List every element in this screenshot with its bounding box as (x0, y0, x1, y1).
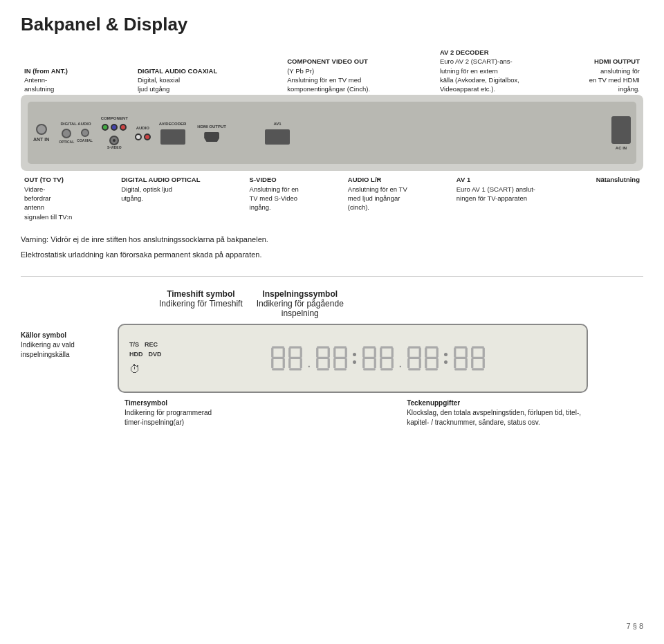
svg-rect-33 (374, 358, 376, 368)
svg-rect-40 (391, 358, 393, 368)
label-hdmi-line3: ingång. (589, 84, 640, 93)
legend-tecken-line2: kapitel- / tracknummer, sändare, status … (407, 418, 581, 427)
label-inspelning-line1: Indikering för pågående (257, 299, 344, 309)
port-power-connector (611, 116, 631, 144)
svg-rect-7 (289, 347, 302, 349)
svg-rect-48 (408, 368, 421, 370)
digit-1a (270, 345, 286, 371)
label-natanslutning: Nätanslutning (584, 175, 640, 184)
port-av2-rect (160, 129, 185, 145)
label-kallor-symbol: Källor symbol Indikering av vald inspeln… (21, 331, 118, 360)
label-out-to-tv-title: OUT (TO TV) (24, 175, 72, 184)
legend-timersymbol: Timersymbol Indikering för programmerad … (124, 398, 212, 427)
svg-rect-22 (333, 348, 335, 358)
port-av1-scart: AV1 (265, 122, 290, 145)
svg-rect-45 (408, 357, 421, 359)
indicator-dvd: DVD (149, 351, 162, 358)
svg-rect-12 (299, 358, 302, 368)
svg-rect-38 (380, 357, 393, 359)
label-av1-line2: ningen för TV-apparaten (456, 194, 535, 203)
label-timeshift-title: Timeshift symbol (167, 289, 234, 299)
svg-rect-64 (471, 348, 473, 358)
svg-rect-67 (471, 358, 473, 368)
lcd-indicators: T/S REC HDD DVD ⏱ (129, 341, 171, 376)
label-dac-title: DIGITAL AUDIO COAXIAL (138, 66, 217, 75)
svg-rect-54 (436, 358, 438, 368)
warning-section: Varning: Vidrör ej de inre stiften hos a… (21, 234, 643, 261)
display-top-label-area: Timeshift symbol Indikering för Timeshif… (159, 289, 344, 318)
label-av1-line1: Euro AV 1 (SCART) anslut- (456, 185, 535, 194)
svg-rect-13 (289, 368, 302, 370)
svg-rect-11 (288, 358, 290, 368)
label-av2-line4: Videoapparat etc.). (440, 84, 519, 93)
label-av1-title: AV 1 (456, 175, 535, 184)
port-component: COMPONENT S-VIDEO (101, 116, 128, 149)
label-svideo-line2: TV med S-Video (250, 194, 299, 203)
warning-text-1: Varning: Vidrör ej de inre stiften hos a… (21, 234, 643, 246)
label-av1: AV 1 Euro AV 1 (SCART) anslut- ningen fö… (456, 175, 535, 203)
port-av2-scart: AV/DECODER (159, 122, 187, 145)
digit-5a (453, 345, 468, 371)
display-section: Källor symbol Indikering av vald inspeln… (21, 289, 643, 427)
label-nat-title: Nätanslutning (584, 175, 640, 184)
divider (21, 276, 643, 277)
port-ant-in-label: ANT IN (33, 137, 49, 142)
svg-rect-8 (288, 348, 290, 358)
label-dac-line1: Digital, koaxial (138, 75, 217, 84)
svg-rect-46 (407, 358, 409, 368)
label-audiolr-title: AUDIO L/R (348, 175, 407, 184)
svg-rect-14 (317, 347, 329, 349)
port-component-label: COMPONENT (101, 116, 128, 120)
label-audio-lr: AUDIO L/R Anslutning för en TV med ljud … (348, 175, 407, 212)
display-right: Timeshift symbol Indikering för Timeshif… (118, 289, 643, 427)
indicator-rec: REC (145, 341, 158, 348)
label-svideo-line3: ingång. (250, 203, 299, 212)
label-out-to-tv-line1: Vidare- (24, 185, 72, 194)
digit-4b (424, 345, 439, 371)
svg-rect-17 (317, 357, 329, 359)
legend-teckenuppgifter: Teckenuppgifter Klockslag, den totala av… (407, 398, 581, 427)
port-ant-in: ANT IN (33, 124, 49, 142)
svg-rect-29 (362, 348, 365, 358)
legend-tecken-title: Teckenuppgifter (407, 398, 581, 408)
port-hdmi-label-panel: HDMI OUTPUT (197, 125, 226, 129)
lcd-digits (179, 345, 576, 371)
port-power: AC IN (611, 116, 631, 150)
label-hdmi-line1: anslutning för (589, 66, 640, 75)
label-av2-title: AV 2 DECODER (440, 48, 519, 57)
seg-dot-2 (398, 345, 403, 371)
svg-rect-1 (271, 348, 273, 358)
port-coaxial (81, 129, 89, 137)
label-component-video-out: COMPONENT VIDEO OUT (Y Pb Pr) Anslutning… (287, 57, 370, 93)
svg-rect-56 (454, 347, 467, 349)
label-digital-audio-optical: DIGITAL AUDIO OPTICAL Digital, optisk lj… (121, 175, 200, 203)
svg-rect-69 (472, 368, 484, 370)
port-y (102, 124, 109, 131)
port-audio-lr-label: AUDIO (136, 126, 149, 130)
svg-rect-49 (425, 347, 438, 349)
page-title: Bakpanel & Display (21, 14, 643, 35)
svg-rect-26 (344, 358, 347, 368)
svg-rect-15 (316, 348, 318, 358)
label-cvo-title: COMPONENT VIDEO OUT (287, 57, 370, 66)
label-out-to-tv-line4: signalen till TV:n (24, 212, 72, 221)
label-audiolr-line2: med ljud ingångar (348, 194, 407, 203)
indicator-row-1: T/S REC (129, 341, 171, 348)
svg-rect-28 (363, 347, 376, 349)
svg-rect-36 (380, 348, 382, 358)
port-pr (120, 124, 127, 131)
svg-rect-68 (482, 358, 484, 368)
digit-4a (407, 345, 422, 371)
svg-rect-9 (299, 348, 302, 358)
port-coaxial-label: COAXIAL (77, 138, 93, 142)
seg-dot-1 (307, 345, 311, 371)
port-svideo (109, 136, 119, 145)
label-cvo-line3: komponentingångar (Cinch). (287, 84, 370, 93)
label-out-to-tv-line2: befordrar (24, 194, 72, 203)
svg-rect-31 (363, 357, 376, 359)
port-av1-rect (265, 129, 290, 145)
svg-rect-16 (327, 348, 329, 358)
svg-rect-0 (272, 347, 284, 349)
label-kallor-line2: inspelningskälla (21, 350, 118, 360)
svg-rect-18 (316, 358, 318, 368)
